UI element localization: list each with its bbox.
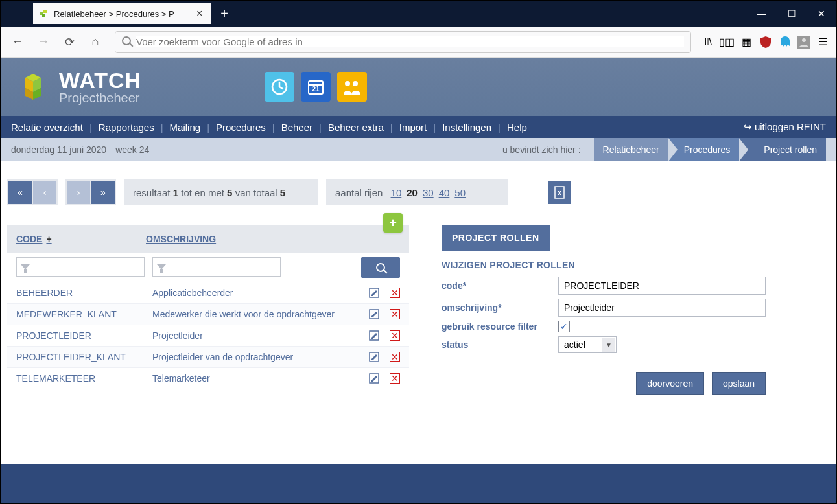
edit-icon[interactable] bbox=[369, 330, 379, 341]
reload-button[interactable]: ⟳ bbox=[59, 32, 80, 52]
delete-icon[interactable]: ✕ bbox=[390, 288, 400, 298]
delete-icon[interactable]: ✕ bbox=[390, 373, 400, 384]
table-row: MEDEWERKER_KLANT Medewerker die werkt vo… bbox=[7, 303, 409, 325]
th-desc[interactable]: OMSCHRIJVING bbox=[146, 234, 400, 244]
crumb-3[interactable]: Project rollen bbox=[739, 138, 826, 161]
crumb-1[interactable]: Relatiebeheer bbox=[594, 138, 668, 161]
pager-first[interactable]: « bbox=[8, 181, 32, 204]
search-button[interactable] bbox=[361, 257, 400, 278]
input-code[interactable] bbox=[558, 277, 766, 295]
add-button[interactable]: + bbox=[383, 213, 403, 233]
breadcrumb-bar: donderdag 11 juni 2020 week 24 u bevindt… bbox=[1, 138, 836, 161]
funnel-icon bbox=[21, 264, 30, 269]
week-label: week 24 bbox=[115, 144, 149, 155]
apply-button[interactable]: doorvoeren bbox=[636, 372, 704, 395]
nav-import[interactable]: Import bbox=[399, 122, 427, 133]
label-filter: gebruik resource filter bbox=[442, 321, 558, 332]
edit-icon[interactable] bbox=[369, 288, 379, 298]
nav-help[interactable]: Help bbox=[507, 122, 527, 133]
cell-code: BEHEERDER bbox=[16, 288, 152, 298]
cell-code: MEDEWERKER_KLANT bbox=[16, 309, 152, 319]
table-row: PROJECTLEIDER Projectleider ✕ bbox=[7, 325, 409, 346]
account-icon[interactable] bbox=[797, 36, 810, 49]
nav-mailing[interactable]: Mailing bbox=[170, 122, 201, 133]
maximize-button[interactable]: ☐ bbox=[777, 1, 807, 27]
pager-last[interactable]: » bbox=[91, 181, 115, 204]
save-button[interactable]: opslaan bbox=[712, 372, 766, 395]
delete-icon[interactable]: ✕ bbox=[390, 330, 400, 341]
people-tile[interactable] bbox=[337, 72, 367, 102]
nav-rapportages[interactable]: Rapportages bbox=[99, 122, 154, 133]
filter-desc-input[interactable] bbox=[152, 257, 281, 277]
close-icon[interactable]: × bbox=[194, 8, 205, 19]
table-row: TELEMARKETEER Telemarketeer ✕ bbox=[7, 367, 409, 389]
rows-30[interactable]: 30 bbox=[423, 187, 434, 198]
pager-prev[interactable]: ‹ bbox=[33, 181, 56, 204]
result-summary: resultaat 1 tot en met 5 van totaal 5 bbox=[124, 179, 318, 205]
pager-next[interactable]: › bbox=[67, 181, 90, 204]
tab-title: Relatiebeheer > Procedures > P bbox=[54, 9, 190, 19]
address-input[interactable] bbox=[136, 36, 684, 47]
input-desc[interactable] bbox=[558, 299, 766, 317]
nav-relatie-overzicht[interactable]: Relatie overzicht bbox=[11, 122, 83, 133]
edit-icon[interactable] bbox=[369, 352, 379, 362]
select-status[interactable]: actief ▼ bbox=[558, 336, 617, 353]
crumb-2[interactable]: Procedures bbox=[668, 138, 740, 161]
forward-button[interactable]: → bbox=[33, 32, 54, 52]
ublock-icon[interactable] bbox=[759, 35, 773, 49]
rows-40[interactable]: 40 bbox=[439, 187, 450, 198]
rows-10[interactable]: 10 bbox=[391, 187, 402, 198]
delete-icon[interactable]: ✕ bbox=[390, 352, 400, 362]
pager-next-group: › » bbox=[65, 179, 116, 205]
th-code[interactable]: CODE+ bbox=[16, 234, 146, 244]
label-code: code* bbox=[442, 281, 558, 291]
rows-per-page: aantal rijen 10 20 30 40 50 bbox=[326, 179, 508, 205]
table-row: PROJECTLEIDER_KLANT Projectleider van de… bbox=[7, 346, 409, 367]
back-button[interactable]: ← bbox=[7, 32, 28, 52]
main-nav: Relatie overzicht| Rapportages| Mailing|… bbox=[1, 116, 836, 138]
logout-icon: ↪ bbox=[744, 121, 752, 132]
svg-point-14 bbox=[353, 81, 358, 86]
nav-beheer[interactable]: Beheer bbox=[281, 122, 312, 133]
svg-text:21: 21 bbox=[312, 86, 320, 93]
cell-desc: Medewerker die werkt voor de opdrachtgev… bbox=[152, 309, 369, 319]
menu-button[interactable]: ☰ bbox=[816, 35, 830, 49]
edit-icon[interactable] bbox=[369, 373, 379, 384]
cell-desc: Projectleider bbox=[152, 330, 369, 341]
pager: « ‹ bbox=[7, 179, 58, 205]
nav-instellingen[interactable]: Instellingen bbox=[442, 122, 491, 133]
rows-50[interactable]: 50 bbox=[454, 187, 466, 198]
calendar-tile[interactable]: 21 bbox=[301, 72, 331, 102]
nav-beheer-extra[interactable]: Beheer extra bbox=[328, 122, 384, 133]
logo-icon bbox=[14, 67, 53, 106]
checkbox-filter[interactable]: ✓ bbox=[558, 321, 570, 332]
browser-tab[interactable]: Relatiebeheer > Procedures > P × bbox=[33, 3, 211, 24]
logout-link[interactable]: ↪ uitloggen REINT bbox=[744, 121, 826, 133]
address-bar[interactable] bbox=[115, 31, 691, 53]
edit-icon[interactable] bbox=[369, 309, 379, 319]
qr-icon[interactable]: ▦ bbox=[739, 35, 753, 49]
date-label: donderdag 11 juni 2020 bbox=[11, 144, 106, 155]
cell-code: PROJECTLEIDER_KLANT bbox=[16, 352, 152, 362]
minimize-button[interactable]: — bbox=[747, 1, 777, 27]
close-window-button[interactable]: ✕ bbox=[807, 1, 836, 27]
rows-20[interactable]: 20 bbox=[407, 187, 418, 198]
export-button[interactable]: x bbox=[548, 181, 571, 204]
new-tab-button[interactable]: + bbox=[220, 6, 228, 21]
cell-desc: Telemarketeer bbox=[152, 373, 369, 384]
nav-procedures[interactable]: Procedures bbox=[216, 122, 266, 133]
svg-point-13 bbox=[345, 81, 350, 86]
cell-code: PROJECTLEIDER bbox=[16, 330, 152, 341]
delete-icon[interactable]: ✕ bbox=[390, 309, 400, 319]
home-button[interactable]: ⌂ bbox=[85, 32, 106, 52]
filter-code-input[interactable] bbox=[16, 257, 145, 277]
clock-tile[interactable] bbox=[265, 72, 294, 102]
reader-icon[interactable]: ▯◫ bbox=[720, 35, 734, 49]
ghostery-icon[interactable] bbox=[778, 35, 792, 49]
library-icon[interactable]: III\ bbox=[700, 35, 714, 49]
logo-text-1: WATCH bbox=[59, 69, 141, 91]
table-row: BEHEERDER Applicatiebeheerder ✕ bbox=[7, 282, 409, 303]
funnel-icon bbox=[157, 264, 166, 269]
browser-toolbar: ← → ⟳ ⌂ III\ ▯◫ ▦ ☰ bbox=[1, 27, 836, 58]
logo-text-2: Projectbeheer bbox=[59, 91, 141, 104]
